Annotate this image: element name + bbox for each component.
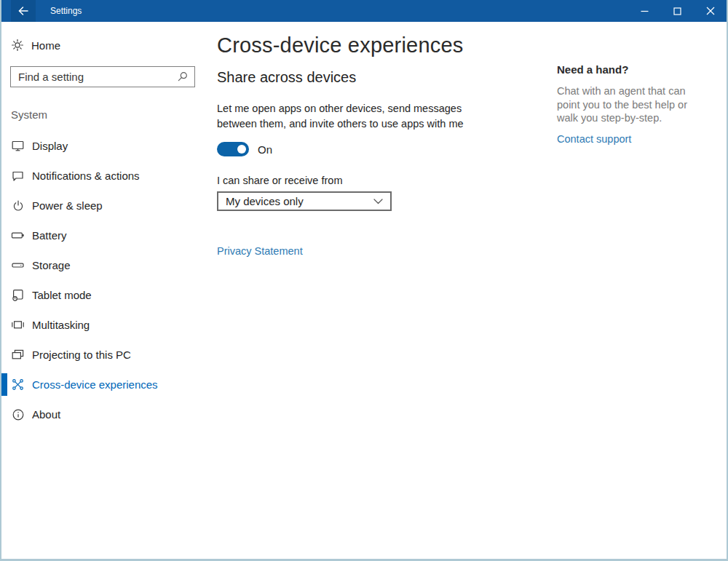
close-icon	[706, 7, 715, 15]
window-controls	[628, 0, 727, 22]
maximize-button[interactable]	[661, 0, 694, 22]
page-title: Cross-device experiences	[217, 33, 727, 57]
settings-window: Settings	[0, 0, 728, 561]
sidebar-item-label: About	[32, 408, 60, 421]
close-button[interactable]	[694, 0, 727, 22]
sidebar-item-label: Projecting to this PC	[32, 349, 131, 361]
dropdown-selected-value: My devices only	[226, 195, 373, 207]
back-button[interactable]	[11, 0, 36, 22]
sidebar-item-power-sleep[interactable]: Power & sleep	[1, 191, 204, 220]
privacy-statement-link[interactable]: Privacy Statement	[217, 245, 303, 257]
sidebar-item-multitasking[interactable]: Multitasking	[1, 310, 204, 340]
multitasking-icon	[11, 318, 25, 332]
sidebar-item-about[interactable]: About	[1, 399, 204, 429]
sidebar-item-home[interactable]: Home	[1, 34, 204, 56]
sidebar-item-label: Multitasking	[32, 319, 90, 331]
sidebar-nav: Display Notifications & actions	[1, 131, 204, 429]
sidebar-item-cross-device[interactable]: Cross-device experiences	[1, 370, 204, 399]
help-title: Need a hand?	[557, 63, 703, 76]
about-icon	[11, 407, 25, 421]
minimize-button[interactable]	[628, 0, 661, 22]
sidebar-section-label: System	[11, 108, 204, 121]
projecting-icon	[11, 348, 25, 362]
power-icon	[11, 199, 25, 212]
sidebar-item-label: Cross-device experiences	[32, 378, 158, 391]
tablet-mode-icon	[11, 288, 25, 302]
app-body: Home System	[1, 22, 727, 559]
sidebar-home-label: Home	[31, 39, 60, 52]
share-from-label: I can share or receive from	[217, 175, 727, 186]
chevron-down-icon	[373, 199, 383, 204]
help-panel: Need a hand? Chat with an agent that can…	[557, 63, 703, 145]
minimize-icon	[641, 7, 649, 15]
help-body: Chat with an agent that can point you to…	[557, 84, 703, 125]
toggle-state-label: On	[258, 143, 272, 156]
sidebar-item-label: Tablet mode	[32, 289, 92, 301]
share-toggle[interactable]	[217, 142, 249, 156]
titlebar: Settings	[1, 0, 727, 22]
sidebar-item-label: Storage	[32, 259, 71, 271]
cross-device-icon	[11, 378, 25, 391]
sidebar-item-battery[interactable]: Battery	[1, 220, 204, 250]
battery-icon	[11, 228, 25, 242]
maximize-icon	[673, 7, 681, 15]
display-icon	[11, 139, 25, 153]
contact-support-link[interactable]: Contact support	[557, 133, 631, 145]
share-from-dropdown[interactable]: My devices only	[217, 191, 392, 211]
main-content: Cross-device experiences Share across de…	[204, 22, 727, 559]
notifications-icon	[11, 169, 25, 183]
toggle-knob	[237, 145, 246, 154]
sidebar-item-tablet-mode[interactable]: Tablet mode	[1, 280, 204, 310]
gear-icon	[11, 39, 24, 52]
sidebar-item-label: Display	[32, 140, 68, 152]
sidebar-item-projecting[interactable]: Projecting to this PC	[1, 340, 204, 370]
sidebar-item-label: Notifications & actions	[32, 170, 140, 182]
search-icon[interactable]	[176, 71, 189, 83]
search-box[interactable]	[10, 66, 195, 87]
sidebar: Home System	[1, 22, 204, 559]
sidebar-item-label: Power & sleep	[32, 199, 103, 212]
back-arrow-icon	[17, 4, 30, 17]
sidebar-item-notifications[interactable]: Notifications & actions	[1, 161, 204, 191]
sidebar-item-display[interactable]: Display	[1, 131, 204, 161]
sidebar-item-label: Battery	[32, 229, 67, 242]
search-input[interactable]	[18, 71, 176, 83]
storage-icon	[11, 258, 25, 272]
sidebar-item-storage[interactable]: Storage	[1, 250, 204, 280]
window-title: Settings	[50, 6, 82, 16]
toggle-description: Let me open apps on other devices, send …	[217, 101, 480, 131]
